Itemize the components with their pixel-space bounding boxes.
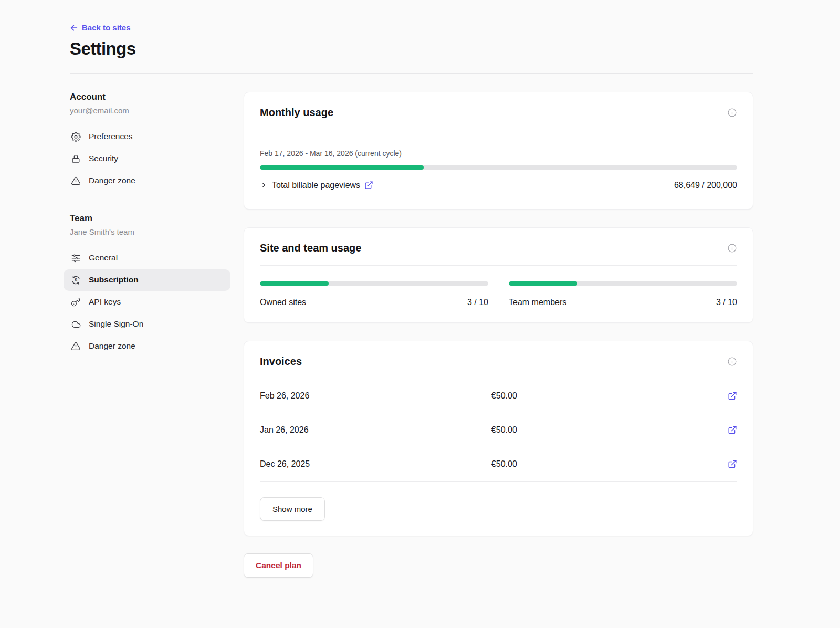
show-more-button[interactable]: Show more: [260, 497, 325, 521]
invoice-row: Dec 26, 2025 €50.00: [260, 447, 737, 482]
lock-icon: [71, 154, 81, 164]
sidebar-item-single-sign-on[interactable]: Single Sign-On: [64, 313, 230, 335]
monthly-usage-card: Monthly usage Feb 17, 2026 - Mar 16, 202…: [244, 92, 753, 210]
invoice-external-link-icon[interactable]: [728, 425, 737, 435]
owned-sites-label: Owned sites: [260, 298, 306, 307]
cancel-plan-button[interactable]: Cancel plan: [244, 553, 313, 578]
total-billable-pageviews-toggle[interactable]: Total billable pageviews: [260, 181, 373, 190]
svg-text:$: $: [75, 277, 77, 282]
invoices-card: Invoices Feb 26, 2026 €50.00 Jan 26, 202…: [244, 341, 753, 536]
invoice-date: Feb 26, 2026: [260, 390, 491, 402]
site-team-usage-card: Site and team usage Owned sites 3 / 10: [244, 227, 753, 323]
invoices-title: Invoices: [260, 355, 302, 368]
sidebar-section-account: Account your@email.com Preferences Secur…: [70, 92, 230, 192]
team-members-progress-fill: [509, 281, 578, 286]
sidebar-item-account-danger-zone[interactable]: Danger zone: [64, 170, 230, 192]
sidebar-item-label: Subscription: [89, 275, 139, 285]
info-icon[interactable]: [727, 243, 737, 253]
info-icon[interactable]: [727, 108, 737, 118]
sidebar-item-preferences[interactable]: Preferences: [64, 126, 230, 148]
sidebar-item-label: Security: [89, 154, 118, 163]
team-section-heading: Team: [70, 213, 230, 224]
chevron-right-icon: [260, 181, 268, 189]
team-nav: General $ Subscription API keys: [64, 247, 230, 357]
key-icon: [71, 297, 81, 307]
monthly-usage-title: Monthly usage: [260, 107, 333, 119]
sidebar-section-team: Team Jane Smith's team General $ Subscri…: [70, 213, 230, 357]
invoice-external-link-icon[interactable]: [728, 391, 737, 401]
invoice-row: Feb 26, 2026 €50.00: [260, 379, 737, 413]
sidebar-item-api-keys[interactable]: API keys: [64, 291, 230, 313]
pageviews-usage-value: 68,649 / 200,000: [674, 181, 737, 190]
pageviews-progress-track: [260, 165, 737, 170]
back-to-sites-link[interactable]: Back to sites: [70, 23, 131, 32]
gear-icon: [71, 132, 81, 142]
external-link-icon[interactable]: [364, 181, 373, 190]
arrow-left-icon: [70, 24, 78, 32]
warning-triangle-icon: [71, 341, 81, 351]
team-name: Jane Smith's team: [70, 227, 230, 236]
sidebar-item-label: API keys: [89, 297, 121, 307]
sliders-icon: [71, 253, 81, 263]
settings-sidebar: Account your@email.com Preferences Secur…: [70, 92, 230, 578]
team-members-progress-track: [509, 281, 737, 286]
owned-sites-meter: Owned sites 3 / 10: [260, 281, 488, 307]
invoice-date: Jan 26, 2026: [260, 424, 491, 436]
info-icon[interactable]: [727, 357, 737, 367]
sidebar-item-security[interactable]: Security: [64, 148, 230, 170]
account-email: your@email.com: [70, 106, 230, 115]
billing-cycle-label: Feb 17, 2026 - Mar 16, 2026 (current cyc…: [260, 149, 737, 158]
owned-sites-progress-track: [260, 281, 488, 286]
owned-sites-value: 3 / 10: [467, 298, 488, 307]
invoice-row: Jan 26, 2026 €50.00: [260, 413, 737, 447]
account-nav: Preferences Security Danger zone: [64, 126, 230, 192]
page-title: Settings: [70, 39, 753, 59]
sidebar-item-label: Preferences: [89, 132, 133, 141]
sidebar-item-team-danger-zone[interactable]: Danger zone: [64, 336, 230, 357]
subscription-cycle-dollar-icon: $: [71, 275, 81, 285]
owned-sites-progress-fill: [260, 281, 329, 286]
invoice-amount: €50.00: [491, 424, 517, 436]
settings-page: Back to sites Settings Account your@emai…: [70, 0, 753, 609]
team-members-label: Team members: [509, 298, 566, 307]
team-members-value: 3 / 10: [716, 298, 737, 307]
invoice-external-link-icon[interactable]: [728, 459, 737, 469]
settings-main: Monthly usage Feb 17, 2026 - Mar 16, 202…: [244, 92, 753, 578]
sidebar-item-general[interactable]: General: [64, 247, 230, 269]
invoice-amount: €50.00: [491, 390, 517, 402]
sidebar-item-label: Danger zone: [89, 341, 135, 351]
sidebar-item-label: Danger zone: [89, 176, 135, 185]
sidebar-item-subscription[interactable]: $ Subscription: [64, 269, 230, 291]
invoice-date: Dec 26, 2025: [260, 458, 491, 470]
invoice-amount: €50.00: [491, 458, 517, 470]
team-members-meter: Team members 3 / 10: [509, 281, 737, 307]
site-team-usage-title: Site and team usage: [260, 242, 361, 254]
sidebar-item-label: General: [89, 253, 118, 263]
pageviews-row-label: Total billable pageviews: [272, 181, 360, 190]
account-section-heading: Account: [70, 92, 230, 102]
warning-triangle-icon: [71, 176, 81, 186]
cloud-icon: [71, 319, 81, 329]
sidebar-item-label: Single Sign-On: [89, 319, 143, 329]
back-link-label: Back to sites: [82, 23, 131, 32]
pageviews-progress-fill: [260, 165, 424, 170]
header-divider: [70, 73, 753, 74]
